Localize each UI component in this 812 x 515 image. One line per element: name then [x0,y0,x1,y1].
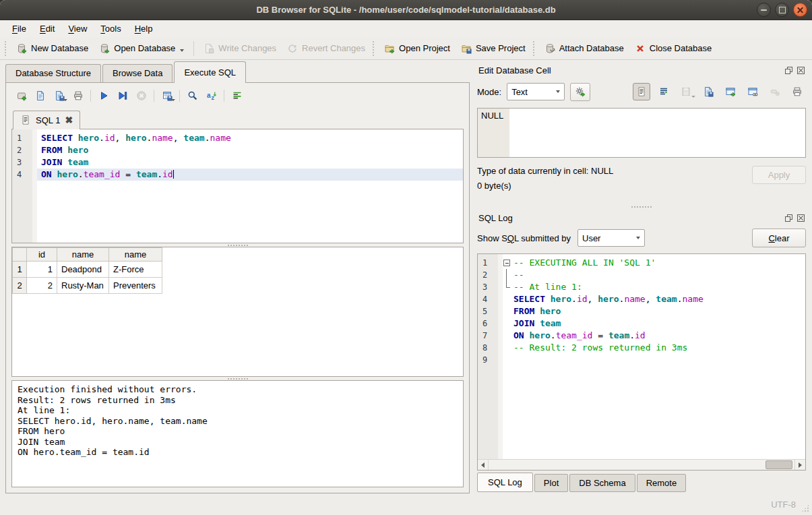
results-grid[interactable]: idnamename 11DeadpondZ-Force22Rusty-ManP… [11,247,464,377]
scrollbar-thumb[interactable] [766,460,792,469]
export-data-button[interactable] [699,83,717,100]
new-sql-tab-button[interactable] [13,88,30,104]
auto-apply-button[interactable] [570,83,590,101]
column-header[interactable]: id [27,248,57,262]
titlebar[interactable]: DB Browser for SQLite - /home/user/code/… [0,0,812,20]
table-row[interactable]: 22Rusty-ManPreventers [13,278,162,294]
execute-all-button[interactable] [95,88,112,104]
table-cell[interactable]: Rusty-Man [57,278,109,294]
menu-view[interactable]: View [61,22,94,36]
column-header[interactable]: name [109,248,162,262]
window-title: DB Browser for SQLite - /home/user/code/… [256,5,555,15]
tab-database-structure[interactable]: Database Structure [5,64,101,82]
open-sql-file-button[interactable] [32,88,49,104]
log-filter-select[interactable]: User [577,229,645,247]
tab-browse-data[interactable]: Browse Data [102,64,173,82]
text-mode-button[interactable] [633,83,650,100]
button-label: Close Database [650,43,712,53]
copy-link-button[interactable] [744,83,761,100]
scrollbar-track[interactable] [488,460,795,470]
code-line: 4SELECT hero.id, hero.name, team.name [478,293,805,305]
gear-icon [575,86,586,97]
mode-select[interactable]: Text [507,83,565,100]
attach-database-button[interactable]: Attach Database [539,40,629,57]
open-external-button[interactable] [722,83,739,100]
word-wrap-cell-button[interactable] [655,83,673,100]
execute-all-icon [98,90,109,101]
dropdown-arrow-icon[interactable] [180,49,184,52]
tab-execute-sql[interactable]: Execute SQL [174,61,246,83]
line-number: 8 [478,342,498,354]
cell-text-area[interactable] [509,109,805,157]
print-sql-button[interactable] [69,88,86,104]
encoding-indicator[interactable]: UTF-8 [771,499,796,510]
bottom-tab-db-schema[interactable]: DB Schema [569,474,635,492]
row-header[interactable]: 1 [13,262,27,278]
auto-format-button[interactable]: az [203,88,220,104]
close-panel-icon[interactable] [797,214,805,222]
table-row[interactable]: 11DeadpondZ-Force [13,262,162,278]
table-cell[interactable]: Deadpond [57,262,109,278]
close-database-button[interactable]: Close Database [629,40,718,57]
clear-button[interactable]: Clear [752,229,806,247]
sql-editor[interactable]: 1SELECT hero.id, hero.name, team.name2FR… [11,129,464,243]
close-icon[interactable] [793,3,807,17]
save-project-button[interactable]: Save Project [456,40,531,57]
float-panel-icon[interactable] [785,214,792,222]
menu-help[interactable]: Help [128,22,160,36]
button-label: Open Database [114,43,175,53]
stop-execution-button [133,88,150,104]
sql-log-view[interactable]: 1-- EXECUTING ALL IN 'SQL 1'2--3-- At li… [477,253,806,471]
minimize-icon[interactable] [757,3,771,17]
table-cell[interactable]: Preventers [109,278,162,294]
word-wrap-cell-icon [658,86,669,97]
close-tab-icon[interactable]: ✖ [65,116,73,124]
new-database-button[interactable]: New Database [11,40,94,57]
open-database-button[interactable]: Open Database [94,40,189,57]
bottom-tab-remote[interactable]: Remote [637,474,687,492]
line-text: FROM hero [513,305,805,317]
svg-text:a: a [207,92,211,99]
print-sql-icon [73,90,84,101]
save-sql-file-button[interactable] [51,88,67,104]
fold-marker-icon [503,281,513,293]
float-panel-icon[interactable] [785,67,792,74]
menu-tools[interactable]: Tools [94,22,127,36]
dropdown-arrow-icon[interactable] [63,99,67,101]
dropdown-arrow-icon [691,96,695,98]
sql-editor-tab[interactable]: SQL 1 ✖ [13,111,80,129]
print-cell-button[interactable] [788,83,806,100]
row-header[interactable]: 2 [13,278,27,294]
find-button[interactable] [184,88,201,104]
line-text: -- Result: 2 rows returned in 3ms [513,342,805,354]
scroll-right-icon[interactable] [795,460,805,470]
bottom-tab-plot[interactable]: Plot [534,474,568,492]
main-tabbar: Database StructureBrowse DataExecute SQL [5,60,474,82]
maximize-icon[interactable] [775,3,789,17]
splitter-handle[interactable] [11,377,464,380]
cell-toolbar [633,83,806,100]
cell-editor[interactable]: NULL [477,108,806,158]
word-wrap-button[interactable] [228,88,245,104]
column-header[interactable]: name [57,248,109,262]
table-cell[interactable]: 1 [27,262,57,278]
menu-file[interactable]: File [5,22,33,36]
open-project-button[interactable]: Open Project [379,40,456,57]
horizontal-scrollbar[interactable] [478,459,805,470]
save-results-button[interactable] [158,88,175,104]
menu-edit[interactable]: Edit [33,22,61,36]
close-panel-icon[interactable] [797,67,805,74]
splitter-handle[interactable] [477,202,806,210]
dropdown-arrow-icon[interactable] [171,99,175,101]
scroll-left-icon[interactable] [478,460,488,470]
code-line: 2FROM hero [12,144,463,156]
table-cell[interactable]: 2 [27,278,57,294]
bottom-tab-sql-log[interactable]: SQL Log [477,473,533,492]
cell-mode-row: Mode: Text [477,80,806,103]
revert-changes-button: Revert Changes [282,40,371,57]
splitter-handle[interactable] [11,243,464,247]
execute-current-line-button[interactable] [114,88,131,104]
table-cell[interactable]: Z-Force [109,262,162,278]
fold-marker-icon[interactable] [503,257,513,269]
resize-grip[interactable] [801,504,809,512]
